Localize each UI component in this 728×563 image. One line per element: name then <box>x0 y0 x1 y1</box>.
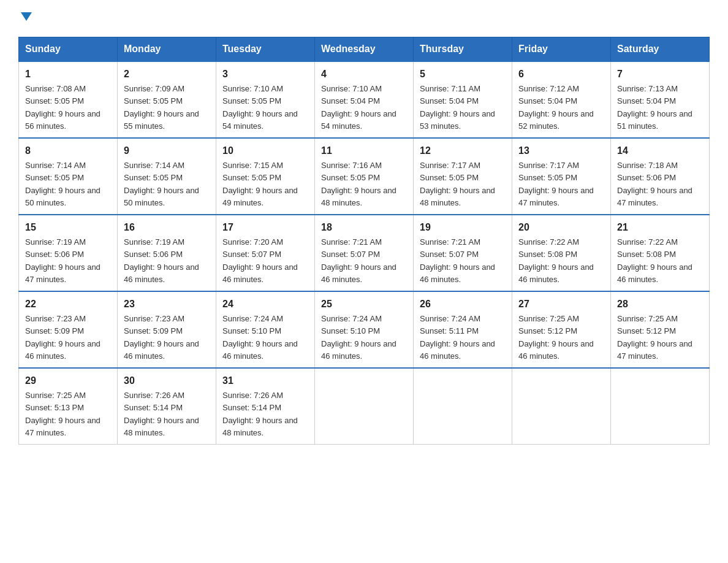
day-info: Sunrise: 7:23 AMSunset: 5:09 PMDaylight:… <box>25 314 100 361</box>
calendar-cell: 17 Sunrise: 7:20 AMSunset: 5:07 PMDaylig… <box>216 215 315 291</box>
calendar-cell: 11 Sunrise: 7:16 AMSunset: 5:05 PMDaylig… <box>315 138 414 215</box>
day-info: Sunrise: 7:15 AMSunset: 5:05 PMDaylight:… <box>222 161 298 207</box>
day-number: 22 <box>25 297 111 312</box>
day-number: 8 <box>25 144 111 158</box>
calendar-cell: 28 Sunrise: 7:25 AMSunset: 5:12 PMDaylig… <box>611 291 710 368</box>
day-info: Sunrise: 7:14 AMSunset: 5:05 PMDaylight:… <box>124 161 199 207</box>
calendar-day-header: Saturday <box>611 37 710 62</box>
calendar-cell <box>611 368 710 445</box>
day-number: 20 <box>518 220 604 235</box>
day-number: 13 <box>518 144 604 158</box>
calendar-cell: 19 Sunrise: 7:21 AMSunset: 5:07 PMDaylig… <box>414 215 512 291</box>
day-info: Sunrise: 7:19 AMSunset: 5:06 PMDaylight:… <box>25 237 100 284</box>
day-info: Sunrise: 7:20 AMSunset: 5:07 PMDaylight:… <box>222 237 298 284</box>
calendar-cell: 8 Sunrise: 7:14 AMSunset: 5:05 PMDayligh… <box>19 138 118 215</box>
calendar-header-row: SundayMondayTuesdayWednesdayThursdayFrid… <box>19 37 710 62</box>
calendar-cell: 30 Sunrise: 7:26 AMSunset: 5:14 PMDaylig… <box>118 368 216 445</box>
day-info: Sunrise: 7:24 AMSunset: 5:11 PMDaylight:… <box>420 314 495 361</box>
page-header <box>18 12 710 26</box>
calendar-table: SundayMondayTuesdayWednesdayThursdayFrid… <box>18 37 710 445</box>
day-number: 6 <box>518 67 604 82</box>
day-info: Sunrise: 7:12 AMSunset: 5:04 PMDaylight:… <box>518 84 594 131</box>
day-info: Sunrise: 7:25 AMSunset: 5:12 PMDaylight:… <box>617 314 692 361</box>
calendar-cell: 10 Sunrise: 7:15 AMSunset: 5:05 PMDaylig… <box>216 138 315 215</box>
day-number: 5 <box>420 67 506 82</box>
calendar-cell: 25 Sunrise: 7:24 AMSunset: 5:10 PMDaylig… <box>315 291 414 368</box>
calendar-cell <box>512 368 611 445</box>
calendar-cell: 16 Sunrise: 7:19 AMSunset: 5:06 PMDaylig… <box>118 215 216 291</box>
calendar-cell: 31 Sunrise: 7:26 AMSunset: 5:14 PMDaylig… <box>216 368 315 445</box>
day-number: 15 <box>25 220 111 235</box>
day-info: Sunrise: 7:17 AMSunset: 5:05 PMDaylight:… <box>420 161 495 207</box>
calendar-cell: 12 Sunrise: 7:17 AMSunset: 5:05 PMDaylig… <box>414 138 512 215</box>
calendar-cell <box>414 368 512 445</box>
day-number: 26 <box>420 297 506 312</box>
calendar-day-header: Wednesday <box>315 37 414 62</box>
calendar-week-row: 8 Sunrise: 7:14 AMSunset: 5:05 PMDayligh… <box>19 138 710 215</box>
day-number: 16 <box>124 220 210 235</box>
calendar-cell: 1 Sunrise: 7:08 AMSunset: 5:05 PMDayligh… <box>19 61 118 138</box>
calendar-cell: 7 Sunrise: 7:13 AMSunset: 5:04 PMDayligh… <box>611 61 710 138</box>
day-number: 25 <box>321 297 407 312</box>
calendar-week-row: 1 Sunrise: 7:08 AMSunset: 5:05 PMDayligh… <box>19 61 710 138</box>
day-info: Sunrise: 7:10 AMSunset: 5:05 PMDaylight:… <box>222 84 298 131</box>
day-number: 9 <box>124 144 210 158</box>
calendar-week-row: 29 Sunrise: 7:25 AMSunset: 5:13 PMDaylig… <box>19 368 710 445</box>
calendar-cell: 23 Sunrise: 7:23 AMSunset: 5:09 PMDaylig… <box>118 291 216 368</box>
day-info: Sunrise: 7:26 AMSunset: 5:14 PMDaylight:… <box>222 391 298 437</box>
calendar-cell: 13 Sunrise: 7:17 AMSunset: 5:05 PMDaylig… <box>512 138 611 215</box>
day-info: Sunrise: 7:09 AMSunset: 5:05 PMDaylight:… <box>124 84 199 131</box>
day-number: 31 <box>222 373 308 388</box>
calendar-cell: 21 Sunrise: 7:22 AMSunset: 5:08 PMDaylig… <box>611 215 710 291</box>
day-number: 7 <box>617 67 703 82</box>
day-number: 29 <box>25 373 111 388</box>
day-number: 10 <box>222 144 308 158</box>
calendar-week-row: 22 Sunrise: 7:23 AMSunset: 5:09 PMDaylig… <box>19 291 710 368</box>
day-number: 3 <box>222 67 308 82</box>
calendar-day-header: Monday <box>118 37 216 62</box>
calendar-cell: 29 Sunrise: 7:25 AMSunset: 5:13 PMDaylig… <box>19 368 118 445</box>
calendar-cell: 4 Sunrise: 7:10 AMSunset: 5:04 PMDayligh… <box>315 61 414 138</box>
calendar-cell: 9 Sunrise: 7:14 AMSunset: 5:05 PMDayligh… <box>118 138 216 215</box>
calendar-cell: 2 Sunrise: 7:09 AMSunset: 5:05 PMDayligh… <box>118 61 216 138</box>
day-info: Sunrise: 7:23 AMSunset: 5:09 PMDaylight:… <box>124 314 199 361</box>
day-info: Sunrise: 7:13 AMSunset: 5:04 PMDaylight:… <box>617 84 692 131</box>
logo-triangle-icon <box>21 12 32 21</box>
day-number: 21 <box>617 220 703 235</box>
calendar-cell: 3 Sunrise: 7:10 AMSunset: 5:05 PMDayligh… <box>216 61 315 138</box>
calendar-cell: 14 Sunrise: 7:18 AMSunset: 5:06 PMDaylig… <box>611 138 710 215</box>
day-number: 24 <box>222 297 308 312</box>
day-info: Sunrise: 7:22 AMSunset: 5:08 PMDaylight:… <box>518 237 594 284</box>
calendar-cell: 5 Sunrise: 7:11 AMSunset: 5:04 PMDayligh… <box>414 61 512 138</box>
logo <box>18 12 32 26</box>
day-info: Sunrise: 7:08 AMSunset: 5:05 PMDaylight:… <box>25 84 100 131</box>
day-number: 17 <box>222 220 308 235</box>
calendar-cell: 26 Sunrise: 7:24 AMSunset: 5:11 PMDaylig… <box>414 291 512 368</box>
day-info: Sunrise: 7:24 AMSunset: 5:10 PMDaylight:… <box>321 314 396 361</box>
calendar-cell: 18 Sunrise: 7:21 AMSunset: 5:07 PMDaylig… <box>315 215 414 291</box>
day-info: Sunrise: 7:22 AMSunset: 5:08 PMDaylight:… <box>617 237 692 284</box>
day-info: Sunrise: 7:24 AMSunset: 5:10 PMDaylight:… <box>222 314 298 361</box>
day-number: 14 <box>617 144 703 158</box>
calendar-day-header: Tuesday <box>216 37 315 62</box>
day-info: Sunrise: 7:21 AMSunset: 5:07 PMDaylight:… <box>321 237 396 284</box>
calendar-cell <box>315 368 414 445</box>
day-info: Sunrise: 7:25 AMSunset: 5:12 PMDaylight:… <box>518 314 594 361</box>
day-info: Sunrise: 7:21 AMSunset: 5:07 PMDaylight:… <box>420 237 495 284</box>
day-info: Sunrise: 7:16 AMSunset: 5:05 PMDaylight:… <box>321 161 396 207</box>
calendar-cell: 22 Sunrise: 7:23 AMSunset: 5:09 PMDaylig… <box>19 291 118 368</box>
day-number: 18 <box>321 220 407 235</box>
day-info: Sunrise: 7:10 AMSunset: 5:04 PMDaylight:… <box>321 84 396 131</box>
day-info: Sunrise: 7:14 AMSunset: 5:05 PMDaylight:… <box>25 161 100 207</box>
day-number: 28 <box>617 297 703 312</box>
day-info: Sunrise: 7:19 AMSunset: 5:06 PMDaylight:… <box>124 237 199 284</box>
day-number: 11 <box>321 144 407 158</box>
day-info: Sunrise: 7:11 AMSunset: 5:04 PMDaylight:… <box>420 84 495 131</box>
day-info: Sunrise: 7:26 AMSunset: 5:14 PMDaylight:… <box>124 391 199 437</box>
calendar-cell: 6 Sunrise: 7:12 AMSunset: 5:04 PMDayligh… <box>512 61 611 138</box>
calendar-day-header: Sunday <box>19 37 118 62</box>
calendar-cell: 27 Sunrise: 7:25 AMSunset: 5:12 PMDaylig… <box>512 291 611 368</box>
day-info: Sunrise: 7:18 AMSunset: 5:06 PMDaylight:… <box>617 161 692 207</box>
calendar-cell: 24 Sunrise: 7:24 AMSunset: 5:10 PMDaylig… <box>216 291 315 368</box>
day-number: 19 <box>420 220 506 235</box>
